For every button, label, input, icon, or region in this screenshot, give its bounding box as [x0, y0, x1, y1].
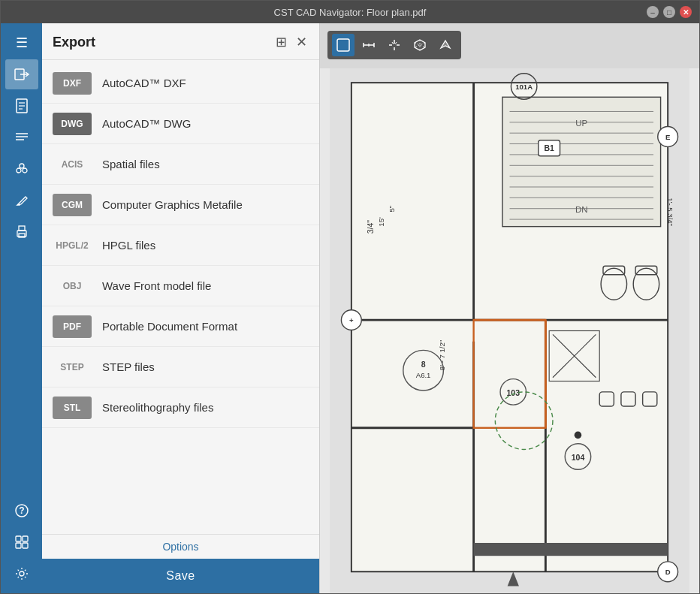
export-badge: DXF	[53, 72, 92, 95]
options-link[interactable]: Options	[162, 541, 198, 553]
svg-rect-20	[23, 543, 28, 548]
svg-text:5": 5"	[388, 206, 396, 213]
svg-text:D: D	[665, 568, 671, 576]
export-badge: PDF	[53, 315, 92, 338]
export-badge: STL	[53, 397, 92, 419]
app-window: CST CAD Navigator: Floor plan.pdf – □ ✕ …	[0, 0, 700, 594]
export-badge: CGM	[53, 194, 92, 216]
svg-point-10	[23, 168, 27, 173]
export-item[interactable]: CGMComputer Graphics Metafile	[42, 185, 319, 225]
export-label: Stereolithography files	[102, 401, 213, 414]
nav-tool-button[interactable]	[434, 34, 457, 56]
export-list: DXFAutoCAD™ DXFDWGAutoCAD™ DWGACISSpatia…	[42, 60, 319, 534]
export-badge: DWG	[53, 113, 92, 135]
icon-sidebar: ☰	[1, 23, 42, 593]
window-title: CST CAD Navigator: Floor plan.pdf	[53, 7, 647, 18]
svg-point-21	[20, 571, 24, 576]
3d-tool-button[interactable]	[409, 34, 431, 56]
window-controls: – □ ✕	[647, 6, 692, 18]
svg-rect-17	[16, 536, 21, 541]
measure-tool-button[interactable]	[358, 34, 380, 56]
maximize-button[interactable]: □	[663, 6, 675, 18]
svg-text:8: 8	[421, 360, 426, 369]
export-options: Options	[42, 534, 319, 559]
svg-text:?: ?	[19, 505, 24, 516]
save-button[interactable]: Save	[42, 559, 319, 593]
export-item[interactable]: PDFPortable Document Format	[42, 306, 319, 347]
export-label: Wave Front model file	[102, 279, 211, 292]
export-badge: STEP	[53, 356, 92, 378]
export-label: AutoCAD™ DWG	[102, 117, 191, 130]
select-tool-button[interactable]	[332, 34, 355, 56]
svg-point-8	[20, 164, 24, 168]
export-item[interactable]: DWGAutoCAD™ DWG	[42, 104, 319, 144]
title-bar: CST CAD Navigator: Floor plan.pdf – □ ✕	[1, 1, 699, 23]
pan-tool-button[interactable]	[383, 34, 406, 56]
export-panel: Export ⊞ ✕ DXFAutoCAD™ DXFDWGAutoCAD™ DW…	[42, 23, 320, 593]
svg-text:101A: 101A	[515, 83, 533, 91]
sidebar-menu-btn[interactable]: ☰	[5, 28, 38, 58]
svg-rect-13	[19, 226, 25, 231]
export-label: STEP files	[102, 360, 155, 373]
export-label: Portable Document Format	[102, 320, 237, 333]
export-header: Export ⊞ ✕	[42, 23, 319, 60]
svg-text:B1: B1	[544, 143, 554, 152]
main-area: ☰	[1, 23, 699, 593]
sidebar-import-btn[interactable]	[5, 59, 38, 89]
svg-text:+: +	[349, 316, 354, 324]
svg-point-9	[17, 168, 21, 173]
svg-text:104: 104	[572, 453, 585, 462]
export-item[interactable]: HPGL/2HPGL files	[42, 225, 319, 266]
svg-text:3/4": 3/4"	[366, 220, 375, 234]
svg-text:1'- 5 3/4": 1'- 5 3/4"	[666, 197, 674, 226]
svg-text:DN: DN	[575, 205, 588, 214]
sidebar-panel-btn[interactable]	[5, 527, 38, 557]
minimize-button[interactable]: –	[647, 6, 659, 18]
svg-text:8' - 7 1/2": 8' - 7 1/2"	[438, 340, 446, 370]
svg-rect-22	[337, 39, 349, 51]
svg-text:UP: UP	[575, 119, 587, 128]
export-item[interactable]: OBJWave Front model file	[42, 266, 319, 306]
svg-text:15': 15'	[377, 217, 385, 227]
export-item[interactable]: DXFAutoCAD™ DXF	[42, 63, 319, 104]
export-item[interactable]: STLStereolithography files	[42, 387, 319, 428]
export-badge: OBJ	[53, 275, 92, 297]
export-item[interactable]: STEPSTEP files	[42, 347, 319, 387]
export-label: Spatial files	[102, 158, 160, 170]
sidebar-print-btn[interactable]	[5, 217, 38, 247]
export-badge: HPGL/2	[53, 234, 92, 257]
export-item[interactable]: ACISSpatial files	[42, 144, 319, 185]
export-title: Export	[53, 35, 95, 50]
svg-rect-19	[16, 543, 21, 548]
svg-text:A6.1: A6.1	[416, 371, 431, 379]
sidebar-settings-btn[interactable]	[5, 559, 38, 589]
export-badge: ACIS	[53, 153, 92, 176]
sidebar-document-btn[interactable]	[5, 91, 38, 121]
sidebar-layers-btn[interactable]	[5, 154, 38, 184]
sidebar-help-btn[interactable]: ?	[5, 496, 38, 526]
export-label: AutoCAD™ DXF	[102, 77, 186, 89]
close-button[interactable]: ✕	[680, 6, 692, 18]
svg-rect-18	[23, 536, 28, 541]
svg-rect-87	[474, 543, 668, 556]
sidebar-markup-btn[interactable]	[5, 185, 38, 216]
cad-drawing: UP DN	[320, 68, 699, 593]
svg-text:E: E	[665, 133, 670, 141]
cad-toolbar	[327, 31, 692, 59]
grid-view-button[interactable]: ⊞	[274, 32, 288, 52]
export-label: HPGL files	[102, 239, 155, 252]
export-label: Computer Graphics Metafile	[102, 198, 243, 211]
sidebar-text-btn[interactable]	[5, 122, 38, 152]
export-header-icons: ⊞ ✕	[274, 32, 309, 52]
close-panel-button[interactable]: ✕	[294, 32, 309, 52]
cad-viewer: UP DN	[320, 23, 699, 593]
svg-point-88	[575, 432, 582, 439]
svg-text:103: 103	[507, 388, 520, 397]
toolbar-group	[327, 31, 461, 59]
